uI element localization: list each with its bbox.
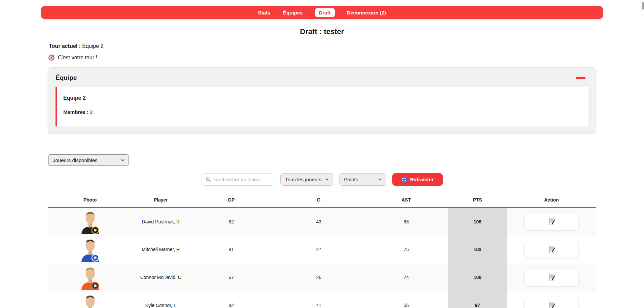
refresh-icon [401,177,407,183]
column-header-photo: Photo [48,195,132,208]
current-turn-label: Tour actuel : [49,43,81,49]
player-ast: 75 [364,236,448,264]
scrollbar-thumb[interactable] [642,2,644,10]
draft-player-button[interactable] [525,297,578,308]
members-label: Membres : [63,109,88,115]
page-title: Draft : tester [0,27,644,36]
player-row: Mitchell Marner, R 81 27 75 102 [48,236,596,264]
current-turn-value: Équipe 2 [82,43,103,49]
player-pts: 106 [448,208,507,236]
refresh-button[interactable]: Rafraîchir [392,173,443,186]
sort-filter-value: Points [344,177,358,182]
player-row: David Pastrnak, R 82 43 63 106 [48,208,596,236]
column-header-pts: PTS [448,195,507,208]
chevron-down-icon [121,159,124,161]
team-name: Équipe 2 [63,95,582,101]
filter-bar: Tous les joueurs Points Rafraîchir [0,173,644,186]
player-gp: 82 [189,291,273,308]
collapse-panel-button[interactable] [576,75,586,81]
player-gp: 82 [189,208,273,236]
window-scrollbar[interactable] [642,0,644,308]
column-header-ast: AST [364,195,448,208]
current-turn-line: Tour actuel : Équipe 2 [49,43,644,49]
player-ast: 74 [364,264,448,291]
memo-icon [547,301,556,308]
player-photo [79,209,101,234]
column-header-action: Action [507,195,596,208]
player-row: Kyle Connor, L 82 41 56 97 [48,291,596,308]
player-name: Mitchell Marner, R [132,236,189,264]
target-icon [48,54,55,61]
search-input[interactable] [214,177,267,183]
player-pts: 100 [448,264,507,291]
player-gp: 67 [189,264,273,291]
player-g: 41 [273,291,364,308]
minus-icon [576,77,585,79]
nav-item-stats[interactable]: Stats [257,8,271,17]
player-g: 43 [273,208,364,236]
player-name: David Pastrnak, R [132,208,189,236]
players-table: Photo Player GP G AST PTS Action David P… [48,195,596,308]
table-header-row: Photo Player GP G AST PTS Action [48,195,596,208]
magnifier-icon [206,177,211,182]
player-pts: 102 [448,236,507,264]
position-filter-select[interactable]: Tous les joueurs [280,173,333,186]
players-view-selected-option: Joueurs disponibles [53,157,98,163]
player-ast: 63 [364,208,448,236]
player-name: Connor McDavid, C [132,264,189,291]
members-value: 2 [90,109,93,115]
draft-player-button[interactable] [525,269,578,286]
nav-item-deconnexion[interactable]: Déconnexion (2) [346,8,387,17]
team-panel: Équipe Équipe 2 Membres : 2 [48,67,596,133]
draft-player-button[interactable] [525,213,578,230]
your-turn-text: C'est votre tour ! [58,55,97,61]
position-filter-value: Tous les joueurs [285,177,322,182]
nav-item-draft[interactable]: Draft [315,8,335,17]
players-view-select[interactable]: Joueurs disponibles [48,154,129,166]
search-box[interactable] [202,173,274,186]
player-photo [79,293,101,308]
player-photo [79,265,101,290]
player-ast: 56 [364,291,448,308]
chevron-down-icon [325,179,329,181]
player-pts: 97 [448,291,507,308]
player-row: Connor McDavid, C 67 26 74 100 [48,264,596,291]
player-photo [79,237,101,262]
memo-icon [547,245,556,254]
memo-icon [547,217,556,226]
memo-icon [547,273,556,282]
sort-filter-select[interactable]: Points [339,173,386,186]
navbar: Stats Équipes Draft Déconnexion (2) [41,6,603,19]
team-members-line: Membres : 2 [63,109,582,115]
refresh-button-label: Rafraîchir [410,177,434,182]
team-panel-header: Équipe [56,74,588,82]
player-g: 27 [273,236,364,264]
team-panel-title: Équipe [56,74,77,82]
player-name: Kyle Connor, L [132,291,189,308]
draft-player-button[interactable] [525,241,578,258]
nav-item-equipes[interactable]: Équipes [282,8,303,17]
your-turn-line: C'est votre tour ! [48,54,644,61]
player-g: 26 [273,264,364,291]
team-card: Équipe 2 Membres : 2 [56,87,588,126]
column-header-g: G [273,195,364,208]
player-gp: 81 [189,236,273,264]
column-header-player: Player [132,195,189,208]
chevron-down-icon [379,179,382,181]
column-header-gp: GP [189,195,273,208]
